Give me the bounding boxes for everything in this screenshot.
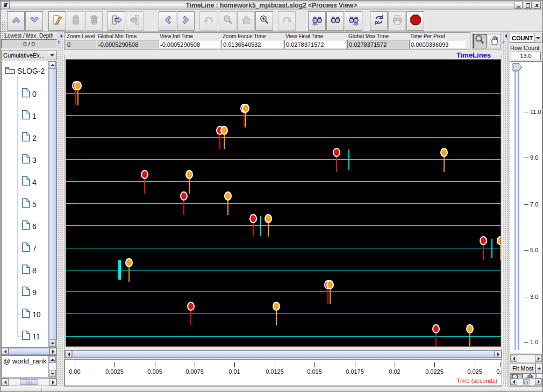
tree-item-rank-3[interactable]: 3 <box>22 154 37 166</box>
tree-hscrollbar-thumb[interactable] <box>9 348 49 355</box>
tree-item-rank-8[interactable]: 8 <box>22 265 37 276</box>
event-state-bar[interactable] <box>260 216 261 236</box>
world-horizontal-scrollbar[interactable] <box>1 378 57 386</box>
event-state-bar[interactable] <box>348 149 349 170</box>
tree-scroll-right-button[interactable] <box>49 348 56 355</box>
edit-button[interactable] <box>48 11 66 31</box>
row-bottom-scrollbar[interactable] <box>510 378 542 386</box>
row-scroll-right-button[interactable] <box>535 355 542 362</box>
event-marker-orange[interactable] <box>273 302 280 311</box>
title-bar[interactable]: TimeLine : homework5_mpibcast.slog2 <Pro… <box>1 1 542 10</box>
event-marker-orange[interactable] <box>74 81 82 90</box>
row-scroll-left-button[interactable] <box>510 355 517 362</box>
world-scroll-right-button[interactable] <box>49 379 56 386</box>
event-marker-orange[interactable] <box>466 324 474 333</box>
collapse-left-icon[interactable] <box>58 34 62 38</box>
world-hscroll-track[interactable] <box>9 379 49 386</box>
tree-item-rank-4[interactable]: 4 <box>22 176 37 188</box>
scroll-right-button[interactable] <box>177 11 195 31</box>
scroll-left-button[interactable] <box>159 11 176 31</box>
canvas-hscrollbar-thumb[interactable] <box>72 351 495 358</box>
hand-mode-button[interactable] <box>488 34 502 48</box>
row-bscrollbar-thumb[interactable] <box>523 379 530 384</box>
canvas-horizontal-scrollbar[interactable] <box>65 350 502 358</box>
param-field-value[interactable]: 0.0136540532 <box>222 40 284 49</box>
world-vscroll-track[interactable] <box>49 363 56 370</box>
row-slider-track[interactable] <box>515 63 519 350</box>
legend-order-combobox[interactable]: CumulativeEx... <box>1 51 57 60</box>
event-marker-red[interactable] <box>249 214 257 223</box>
expand-right-icon[interactable] <box>58 40 62 44</box>
tree-scroll-down-button[interactable] <box>49 340 56 347</box>
collapse-right-panel-icon[interactable] <box>503 34 507 38</box>
count-combobox[interactable]: COUNT <box>510 33 542 43</box>
tree-item-rank-7[interactable]: 7 <box>22 243 37 254</box>
tree-root-slog2[interactable]: SLOG-2 <box>5 66 45 76</box>
scroll-down-button[interactable] <box>25 11 43 31</box>
row-up-button[interactable] <box>535 363 542 374</box>
expand-right-panel-icon[interactable] <box>503 40 507 44</box>
event-marker-red[interactable] <box>333 148 340 157</box>
minimize-button[interactable] <box>515 2 523 9</box>
event-marker-orange[interactable] <box>326 280 334 289</box>
tree-item-rank-1[interactable]: 1 <box>22 110 37 122</box>
event-marker-orange[interactable] <box>265 214 272 223</box>
world-scroll-up-button[interactable] <box>49 356 56 363</box>
param-field-value[interactable]: -0.0005290508 <box>159 40 221 49</box>
export-button[interactable] <box>108 11 125 31</box>
zoom-in-button[interactable] <box>255 11 273 31</box>
tree-scroll-left-button[interactable] <box>2 348 9 355</box>
close-button[interactable]: x <box>533 2 541 9</box>
event-marker-red[interactable] <box>480 236 487 245</box>
row-bscroll-left-button[interactable] <box>510 379 517 385</box>
search-forward-button[interactable] <box>345 11 362 31</box>
maximize-button[interactable] <box>524 2 532 9</box>
tree-item-rank-2[interactable]: 2 <box>22 132 37 144</box>
param-field-value[interactable]: 0.0278371572 <box>284 40 347 49</box>
refresh-button[interactable] <box>370 11 388 31</box>
event-marker-orange[interactable] <box>242 104 249 113</box>
tree-scrollbar-thumb[interactable] <box>49 68 56 340</box>
event-marker-orange[interactable] <box>497 236 501 245</box>
legend-order-dropdown-button[interactable] <box>47 51 57 60</box>
row-count-value-field[interactable]: 13.0 <box>511 52 541 60</box>
event-state-bar[interactable] <box>118 260 121 280</box>
event-marker-orange[interactable] <box>224 191 232 201</box>
timeline-canvas[interactable] <box>66 59 501 347</box>
stop-button[interactable] <box>406 11 424 31</box>
world-hscrollbar-thumb[interactable] <box>20 379 38 385</box>
search-button[interactable] <box>326 11 344 31</box>
world-scroll-down-button[interactable] <box>49 370 56 377</box>
param-field-value[interactable]: 0.0000336093 <box>409 40 466 49</box>
row-slider-thumb[interactable] <box>512 63 523 74</box>
tree-vertical-scrollbar[interactable] <box>48 61 56 347</box>
event-marker-red[interactable] <box>180 191 188 201</box>
tree-item-rank-11[interactable]: 11 <box>22 331 40 342</box>
canvas-scroll-right-button[interactable] <box>495 351 502 358</box>
tree-scroll-up-button[interactable] <box>49 61 56 68</box>
tree-item-rank-9[interactable]: 9 <box>22 287 37 298</box>
tree-item-rank-0[interactable]: 0 <box>22 88 37 99</box>
world-scroll-left-button[interactable] <box>2 379 9 386</box>
left-splitter[interactable] <box>57 32 64 392</box>
event-marker-red[interactable] <box>432 324 440 333</box>
scroll-up-button[interactable] <box>7 11 25 31</box>
event-marker-red[interactable] <box>141 170 148 179</box>
event-state-bar[interactable] <box>491 239 492 258</box>
tree-item-rank-6[interactable]: 6 <box>22 220 37 232</box>
fit-most-button[interactable]: Fit Most <box>510 363 535 374</box>
event-marker-orange[interactable] <box>125 258 133 267</box>
row-horizontal-scrollbar[interactable] <box>510 354 542 362</box>
row-bscroll-right-button[interactable] <box>535 379 542 385</box>
row-bscroll-track[interactable] <box>517 379 535 385</box>
event-marker-orange[interactable] <box>440 148 448 157</box>
tree-item-rank-5[interactable]: 5 <box>22 198 37 210</box>
canvas-scroll-left-button[interactable] <box>65 351 72 358</box>
zoom-mode-button[interactable] <box>473 34 487 48</box>
row-hscroll-track[interactable] <box>517 355 535 362</box>
tree-item-rank-10[interactable]: 10 <box>22 309 41 320</box>
event-marker-orange[interactable] <box>185 170 193 179</box>
count-dropdown-button[interactable] <box>534 33 542 43</box>
search-backward-button[interactable] <box>308 11 326 31</box>
event-marker-orange[interactable] <box>220 126 228 135</box>
